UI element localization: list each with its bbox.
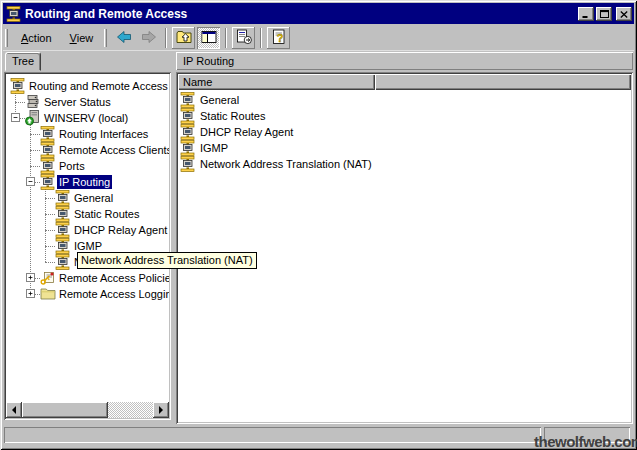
interface-icon <box>55 254 71 270</box>
collapse-box[interactable] <box>11 113 20 122</box>
close-button[interactable] <box>616 7 632 21</box>
tree-connector-line <box>15 102 25 103</box>
interface-icon <box>40 174 56 190</box>
rebar-gripper[interactable] <box>104 29 107 47</box>
up-level-icon <box>176 29 192 47</box>
tree-item-label: WINSERV (local) <box>42 111 130 125</box>
tree-connector-line <box>30 150 40 151</box>
result-list-pane: Name GeneralStatic RoutesDHCP Relay Agen… <box>176 72 633 424</box>
interface-icon <box>180 92 196 108</box>
list-item-general[interactable]: General <box>178 92 631 108</box>
tree-item-routing-and-remote-access[interactable]: Routing and Remote Access <box>6 78 169 94</box>
window-controls <box>578 7 632 21</box>
minimize-icon <box>582 8 590 20</box>
tree-item-label: Remote Access Logging <box>57 287 169 301</box>
tree-item-server-status[interactable]: Server Status <box>6 94 169 110</box>
tree-item-label: Routing Interfaces <box>57 127 150 141</box>
collapse-box[interactable] <box>26 177 35 186</box>
list-item-igmp[interactable]: IGMP <box>178 140 631 156</box>
titlebar[interactable]: Routing and Remote Access <box>3 3 634 24</box>
folder-icon <box>40 286 56 302</box>
tree-connector-line <box>45 230 55 231</box>
list-item-label: Static Routes <box>200 110 265 122</box>
column-headers: Name <box>178 74 631 90</box>
interface-icon <box>55 206 71 222</box>
tree-connector-line <box>45 246 55 247</box>
list-item-label: IGMP <box>200 142 228 154</box>
help-button[interactable]: ? <box>267 27 290 49</box>
list-item-label: Network Address Translation (NAT) <box>200 158 372 170</box>
tree-item-label: Routing and Remote Access <box>27 79 169 93</box>
tree-item-winserv-local[interactable]: WINSERV (local) <box>6 110 169 126</box>
interface-icon <box>55 238 71 254</box>
tree-item-label: IP Routing <box>57 175 112 189</box>
tree-item-general[interactable]: General <box>6 190 169 206</box>
left-arrow-icon <box>8 406 16 414</box>
back-button[interactable] <box>112 27 135 49</box>
tree-connector-line <box>45 214 55 215</box>
forward-button[interactable] <box>137 27 160 49</box>
scroll-right-button[interactable] <box>153 402 169 418</box>
export-list-button[interactable] <box>232 27 255 49</box>
tree-item-label: DHCP Relay Agent <box>72 223 169 237</box>
tree-item-routing-interfaces[interactable]: Routing Interfaces <box>6 126 169 142</box>
tree-item-remote-access-policies[interactable]: Remote Access Policies <box>6 270 169 286</box>
tree-item-remote-access-logging[interactable]: Remote Access Logging <box>6 286 169 302</box>
show-hide-console-tree-button[interactable] <box>197 27 220 49</box>
tree-item-dhcp-relay-agent[interactable]: DHCP Relay Agent <box>6 222 169 238</box>
tree-connector-line <box>45 262 55 263</box>
menu-action[interactable]: Action <box>12 29 61 47</box>
result-pane-header: IP Routing <box>176 52 633 70</box>
tooltip: Network Address Translation (NAT) <box>77 252 257 269</box>
list-item-static-routes[interactable]: Static Routes <box>178 108 631 124</box>
list-item-dhcp-relay-agent[interactable]: DHCP Relay Agent <box>178 124 631 140</box>
server-status-icon <box>25 94 41 110</box>
tree-horizontal-scrollbar[interactable] <box>6 402 169 418</box>
forward-arrow-icon <box>141 29 157 47</box>
interface-icon <box>40 142 56 158</box>
statusbar-panel <box>4 427 541 443</box>
scroll-left-button[interactable] <box>6 402 22 418</box>
minimize-button[interactable] <box>578 7 594 21</box>
list-item-label: DHCP Relay Agent <box>200 126 293 138</box>
tree-item-label: General <box>72 191 115 205</box>
tree-item-ip-routing[interactable]: IP Routing <box>6 174 169 190</box>
tree-item-remote-access-clients[interactable]: Remote Access Clients <box>6 142 169 158</box>
menu-view[interactable]: View <box>61 29 103 47</box>
column-header-blank[interactable] <box>375 74 631 90</box>
tree-item-label: Static Routes <box>72 207 141 221</box>
interface-icon <box>180 156 196 172</box>
policy-icon <box>40 270 56 286</box>
tree-item-ports[interactable]: Ports <box>6 158 169 174</box>
interface-icon <box>55 190 71 206</box>
list-item-network-address-translation-nat[interactable]: Network Address Translation (NAT) <box>178 156 631 172</box>
interface-icon <box>40 126 56 142</box>
tree-item-static-routes[interactable]: Static Routes <box>6 206 169 222</box>
menu-toolbar-row: Action View ? <box>3 26 634 51</box>
expand-box[interactable] <box>26 289 35 298</box>
export-list-icon <box>236 29 252 47</box>
maximize-button[interactable] <box>596 7 612 21</box>
rebar-gripper[interactable] <box>5 29 8 47</box>
interface-icon <box>180 140 196 156</box>
scrollbar-thumb[interactable] <box>22 402 108 418</box>
tab-tree[interactable]: Tree <box>5 52 41 71</box>
back-arrow-icon <box>116 29 132 47</box>
expand-box[interactable] <box>26 273 35 282</box>
toolbar-separator <box>225 28 227 48</box>
tree-connector-line <box>45 198 55 199</box>
tree-item-label: IGMP <box>72 239 104 253</box>
help-icon: ? <box>271 29 287 47</box>
up-one-level-button[interactable] <box>172 27 195 49</box>
list-item-label: General <box>200 94 239 106</box>
interface-icon <box>180 124 196 140</box>
tree-connector-line <box>30 134 40 135</box>
console-tree-pane: Routing and Remote AccessServer StatusWI… <box>4 72 171 420</box>
tree-item-label: Remote Access Clients <box>57 143 169 157</box>
result-list: GeneralStatic RoutesDHCP Relay AgentIGMP… <box>178 90 631 172</box>
toolbar-separator <box>260 28 262 48</box>
column-header-name[interactable]: Name <box>178 74 375 90</box>
rras-window: Routing and Remote Access Action View ? … <box>0 0 637 450</box>
toolbar-separator <box>165 28 167 48</box>
tree-connector-line <box>30 166 40 167</box>
